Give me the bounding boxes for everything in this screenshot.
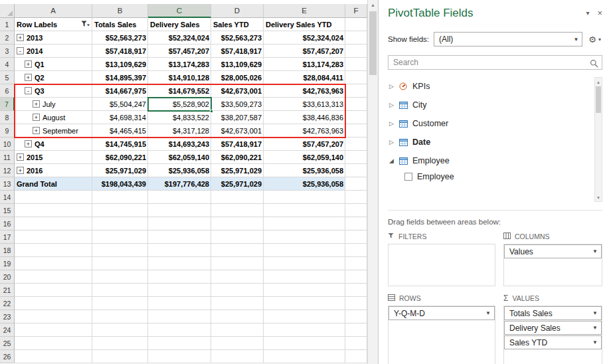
cell-C24[interactable]: [148, 323, 211, 337]
cell-E11[interactable]: $62,059,140: [264, 151, 345, 164]
cell-E18[interactable]: [264, 244, 345, 257]
cell-D18[interactable]: [211, 244, 264, 257]
expand-collapse-toggle[interactable]: +: [33, 114, 40, 121]
row-header-10[interactable]: 10: [0, 137, 15, 151]
cell-F23[interactable]: [345, 310, 367, 323]
row-header-13[interactable]: 13: [0, 177, 15, 191]
cell-C23[interactable]: [148, 310, 211, 323]
cell-D24[interactable]: [211, 323, 264, 337]
column-header-A[interactable]: A: [15, 4, 92, 18]
field-item-employee[interactable]: ◢Employee: [388, 151, 590, 170]
field-item-date[interactable]: ▷Date: [388, 133, 590, 151]
cell-D3[interactable]: $57,418,917: [211, 45, 264, 58]
cell-A20[interactable]: [15, 270, 92, 284]
field-chip-delivery-sales[interactable]: Delivery Sales▼: [504, 321, 602, 335]
row-header-9[interactable]: 9: [0, 124, 15, 137]
cell-D2[interactable]: $52,563,273: [211, 31, 264, 45]
cell-F6[interactable]: [345, 84, 367, 98]
row-header-12[interactable]: 12: [0, 164, 15, 177]
cell-E5[interactable]: $28,084,411: [264, 71, 345, 84]
cell-C7[interactable]: $5,528,902: [148, 98, 211, 111]
cell-A23[interactable]: [15, 310, 92, 323]
cell-A25[interactable]: [15, 337, 92, 350]
cell-A13[interactable]: Grand Total: [15, 177, 92, 191]
scroll-up-icon[interactable]: ▲: [595, 78, 602, 86]
cell-C11[interactable]: $62,059,140: [148, 151, 211, 164]
cell-C26[interactable]: [148, 350, 211, 363]
cell-B25[interactable]: [92, 337, 148, 350]
cell-D23[interactable]: [211, 310, 264, 323]
cell-F26[interactable]: [345, 350, 367, 363]
cell-A16[interactable]: [15, 217, 92, 230]
expand-collapse-toggle[interactable]: -: [17, 47, 24, 54]
row-header-4[interactable]: 4: [0, 58, 15, 71]
cell-A19[interactable]: [15, 257, 92, 270]
cell-D16[interactable]: [211, 217, 264, 230]
cell-A10[interactable]: +Q4: [15, 137, 92, 151]
cell-F20[interactable]: [345, 270, 367, 284]
scrollbar-thumb[interactable]: [596, 86, 601, 113]
cell-E19[interactable]: [264, 257, 345, 270]
cell-C21[interactable]: [148, 284, 211, 297]
cell-E8[interactable]: $38,446,836: [264, 111, 345, 124]
cell-E7[interactable]: $33,613,313: [264, 98, 345, 111]
cell-D22[interactable]: [211, 297, 264, 310]
filters-dropzone[interactable]: [388, 244, 495, 286]
cell-E1[interactable]: Delivery Sales YTD: [264, 18, 345, 31]
cell-E2[interactable]: $52,324,024: [264, 31, 345, 45]
cell-B14[interactable]: [92, 191, 148, 204]
cell-E22[interactable]: [264, 297, 345, 310]
cell-E15[interactable]: [264, 204, 345, 217]
cell-A22[interactable]: [15, 297, 92, 310]
cell-F3[interactable]: [345, 45, 367, 58]
column-header-B[interactable]: B: [92, 4, 148, 18]
cell-B2[interactable]: $52,563,273: [92, 31, 148, 45]
cell-B6[interactable]: $14,667,975: [92, 84, 148, 98]
row-header-5[interactable]: 5: [0, 71, 15, 84]
cell-D8[interactable]: $38,207,587: [211, 111, 264, 124]
row-header-2[interactable]: 2: [0, 31, 15, 45]
cell-F18[interactable]: [345, 244, 367, 257]
field-chip-sales-ytd[interactable]: Sales YTD▼: [504, 335, 602, 349]
cell-C8[interactable]: $4,833,522: [148, 111, 211, 124]
cell-D10[interactable]: $57,418,917: [211, 137, 264, 151]
cell-C16[interactable]: [148, 217, 211, 230]
cell-F21[interactable]: [345, 284, 367, 297]
cell-B11[interactable]: $62,090,221: [92, 151, 148, 164]
scroll-down-icon[interactable]: ▼: [595, 193, 602, 201]
rows-dropzone[interactable]: Y-Q-M-D▼: [388, 306, 495, 364]
cell-F15[interactable]: [345, 204, 367, 217]
row-header-18[interactable]: 18: [0, 244, 15, 257]
cell-A8[interactable]: +August: [15, 111, 92, 124]
cell-D6[interactable]: $42,673,001: [211, 84, 264, 98]
field-chip-y-q-m-d[interactable]: Y-Q-M-D▼: [389, 306, 495, 320]
cell-C6[interactable]: $14,679,552: [148, 84, 211, 98]
cell-B26[interactable]: [92, 350, 148, 363]
cell-D17[interactable]: [211, 230, 264, 244]
cell-A24[interactable]: [15, 323, 92, 337]
expand-collapse-toggle[interactable]: +: [17, 153, 24, 161]
cell-B7[interactable]: $5,504,247: [92, 98, 148, 111]
row-header-1[interactable]: 1: [0, 18, 15, 31]
vertical-scrollbar[interactable]: ▲: [367, 0, 378, 364]
row-header-14[interactable]: 14: [0, 191, 15, 204]
field-chip-totals-sales[interactable]: Totals Sales▼: [504, 306, 602, 320]
cell-F9[interactable]: [345, 124, 367, 137]
tools-gear-button[interactable]: ⚙ ▾: [587, 35, 602, 45]
row-header-15[interactable]: 15: [0, 204, 15, 217]
row-header-24[interactable]: 24: [0, 323, 15, 337]
expand-collapse-toggle[interactable]: +: [33, 127, 40, 134]
cell-C13[interactable]: $197,776,428: [148, 177, 211, 191]
cell-C9[interactable]: $4,317,128: [148, 124, 211, 137]
cell-D26[interactable]: [211, 350, 264, 363]
expand-collapse-toggle[interactable]: +: [17, 34, 24, 41]
cell-B10[interactable]: $14,745,915: [92, 137, 148, 151]
cell-A17[interactable]: [15, 230, 92, 244]
cell-F1[interactable]: [345, 18, 367, 31]
cell-A5[interactable]: +Q2: [15, 71, 92, 84]
values-dropzone[interactable]: Totals Sales▼Delivery Sales▼Sales YTD▼: [503, 306, 602, 364]
cell-B17[interactable]: [92, 230, 148, 244]
row-header-19[interactable]: 19: [0, 257, 15, 270]
row-header-11[interactable]: 11: [0, 151, 15, 164]
cell-E20[interactable]: [264, 270, 345, 284]
